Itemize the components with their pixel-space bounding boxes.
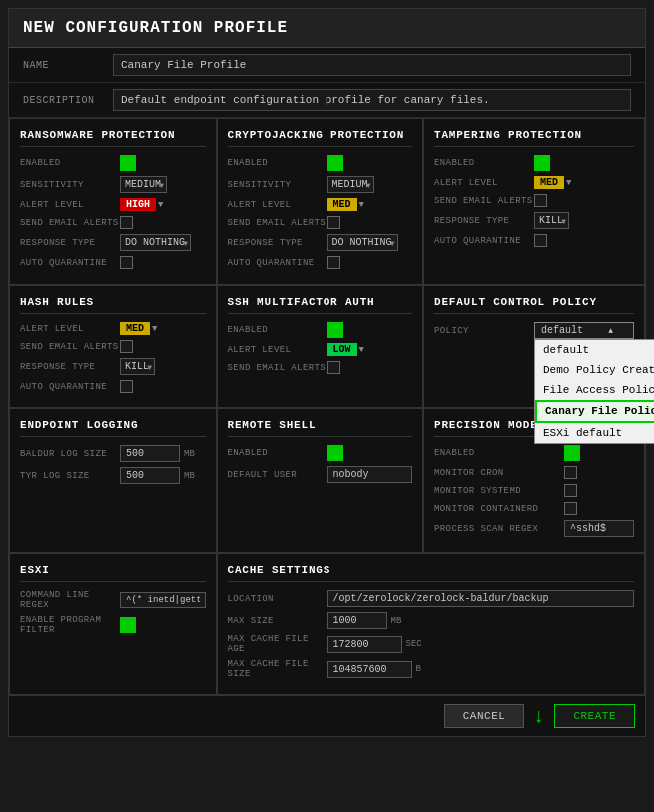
tyr-input[interactable]: [120, 467, 180, 484]
crypto-response-select[interactable]: DO NOTHING: [327, 234, 398, 251]
ssh-enabled-indicator: [327, 322, 343, 338]
remote-user-input[interactable]: [327, 466, 413, 483]
hash-email-label: SEND EMAIL ALERTS: [20, 342, 120, 352]
remote-shell-title: REMOTE SHELL: [228, 419, 413, 437]
cache-location-row: LOCATION: [228, 590, 635, 607]
precision-container-label: MONITOR CONTAINERD: [434, 504, 564, 514]
tampering-quarantine-checkbox[interactable]: [534, 234, 547, 247]
crypto-email-checkbox[interactable]: [327, 216, 340, 229]
ssh-enabled-label: ENABLED: [228, 325, 327, 335]
esxi-program-label: ENABLE PROGRAM FILTER: [20, 615, 120, 635]
tampering-email-checkbox[interactable]: [534, 194, 547, 207]
crypto-alert-badge: MED: [327, 198, 357, 211]
crypto-quarantine-label: AUTO QUARANTINE: [228, 258, 327, 268]
baldur-row: BALDUR LOG SIZE MB: [20, 445, 206, 462]
cancel-button[interactable]: CANCEL: [444, 704, 525, 728]
cache-maxage-input[interactable]: [327, 636, 402, 653]
ransomware-response-select[interactable]: DO NOTHING: [120, 234, 191, 251]
ransomware-response-row: RESPONSE TYPE DO NOTHING: [20, 234, 206, 251]
crypto-response-label: RESPONSE TYPE: [228, 238, 327, 248]
policy-selected-value: default: [541, 325, 583, 336]
policy-row: POLICY default ▲ default Demo Policy Cre…: [434, 322, 634, 339]
crypto-email-label: SEND EMAIL ALERTS: [228, 218, 327, 228]
ransomware-alert-label: ALERT LEVEL: [20, 200, 120, 210]
policy-label: POLICY: [434, 326, 534, 336]
policy-dropdown-menu: default Demo Policy Creation File Access…: [534, 339, 654, 444]
ransomware-title: RANSOMWARE PROTECTION: [20, 129, 206, 147]
precision-scan-input[interactable]: [564, 520, 634, 537]
hash-rules-title: HASH RULES: [20, 296, 206, 314]
tampering-enabled-indicator: [534, 155, 550, 171]
policy-option-demo[interactable]: Demo Policy Creation: [535, 360, 654, 380]
description-row: DESCRIPTION: [9, 83, 645, 118]
hash-response-wrapper: KILL: [120, 358, 155, 375]
hash-response-select[interactable]: KILL: [120, 358, 155, 375]
precision-container-checkbox[interactable]: [564, 502, 577, 515]
hash-response-row: RESPONSE TYPE KILL: [20, 358, 206, 375]
esxi-program-row: ENABLE PROGRAM FILTER: [20, 615, 206, 635]
ssh-email-checkbox[interactable]: [327, 361, 340, 374]
cache-maxsize-input[interactable]: [327, 612, 387, 629]
ransomware-quarantine-label: AUTO QUARANTINE: [20, 258, 120, 268]
hash-quarantine-label: AUTO QUARANTINE: [20, 382, 120, 392]
remote-enabled-label: ENABLED: [228, 448, 327, 458]
precision-cron-checkbox[interactable]: [564, 466, 577, 479]
precision-enabled-indicator: [564, 445, 580, 461]
tampering-enabled-row: ENABLED: [434, 155, 634, 171]
policy-select-trigger[interactable]: default ▲: [534, 322, 634, 339]
crypto-email-row: SEND EMAIL ALERTS: [228, 216, 413, 229]
crypto-quarantine-checkbox[interactable]: [327, 256, 340, 269]
crypto-alert-label: ALERT LEVEL: [228, 200, 327, 210]
precision-enabled-row: ENABLED: [434, 445, 634, 461]
cache-location-label: LOCATION: [228, 594, 327, 604]
esxi-cmdline-input[interactable]: [120, 592, 206, 608]
ransomware-sensitivity-wrapper: MEDIUM: [120, 176, 167, 193]
ransomware-enabled-indicator: [120, 155, 136, 171]
policy-option-esxi[interactable]: ESXi default: [535, 423, 654, 443]
policy-option-file-access[interactable]: File Access Policy: [535, 380, 654, 400]
cache-maxage-row: MAX CACHE FILE AGE SEC: [228, 634, 635, 654]
policy-dropdown-arrow: ▲: [608, 326, 613, 335]
ssh-alert-row: ALERT LEVEL LOW ▼: [228, 343, 413, 356]
ransomware-quarantine-checkbox[interactable]: [120, 256, 133, 269]
page-title: NEW CONFIGURATION PROFILE: [23, 19, 631, 37]
policy-option-default[interactable]: default: [535, 340, 654, 360]
precision-systemd-label: MONITOR SYSTEMD: [434, 486, 564, 496]
remote-user-row: DEFAULT USER: [228, 466, 413, 483]
hash-response-label: RESPONSE TYPE: [20, 362, 120, 372]
default-control-section: DEFAULT CONTROL POLICY POLICY default ▲ …: [423, 285, 645, 408]
crypto-enabled-row: ENABLED: [228, 155, 413, 171]
esxi-title: ESXI: [20, 564, 206, 582]
create-button[interactable]: CREATE: [554, 704, 635, 728]
esxi-program-indicator: [120, 617, 136, 633]
name-input[interactable]: [113, 54, 631, 76]
precision-systemd-checkbox[interactable]: [564, 484, 577, 497]
ransomware-sensitivity-select[interactable]: MEDIUM: [120, 176, 167, 193]
ransomware-enabled-row: ENABLED: [20, 155, 206, 171]
cache-maxfilesize-row: MAX CACHE FILE SIZE B: [228, 659, 635, 679]
hash-email-checkbox[interactable]: [120, 340, 133, 353]
description-input[interactable]: [113, 89, 631, 111]
hash-quarantine-checkbox[interactable]: [120, 380, 133, 393]
cache-location-input[interactable]: [327, 590, 635, 607]
cache-maxfilesize-input[interactable]: [327, 661, 412, 678]
endpoint-logging-title: ENDPOINT LOGGING: [20, 419, 206, 437]
cache-maxage-group: SEC: [327, 636, 422, 653]
tyr-unit: MB: [184, 471, 195, 481]
ransomware-quarantine-row: AUTO QUARANTINE: [20, 256, 206, 269]
precision-enabled-label: ENABLED: [434, 448, 564, 458]
baldur-input[interactable]: [120, 445, 180, 462]
tampering-response-select[interactable]: KILL: [534, 212, 569, 229]
crypto-sensitivity-select[interactable]: MEDIUM: [327, 176, 374, 193]
ssh-section: SSH MULTIFACTOR AUTH ENABLED ALERT LEVEL…: [217, 285, 424, 408]
ssh-email-label: SEND EMAIL ALERTS: [228, 363, 327, 373]
tyr-input-group: MB: [120, 467, 195, 484]
policy-option-canary[interactable]: Canary File Policy: [535, 400, 654, 423]
ransomware-section: RANSOMWARE PROTECTION ENABLED SENSITIVIT…: [9, 118, 217, 285]
name-row: NAME: [9, 48, 645, 83]
ssh-title: SSH MULTIFACTOR AUTH: [228, 296, 413, 314]
cache-maxsize-row: MAX SIZE MB: [228, 612, 635, 629]
remote-enabled-indicator: [327, 445, 343, 461]
ransomware-email-checkbox[interactable]: [120, 216, 133, 229]
ransomware-response-wrapper: DO NOTHING: [120, 234, 191, 251]
